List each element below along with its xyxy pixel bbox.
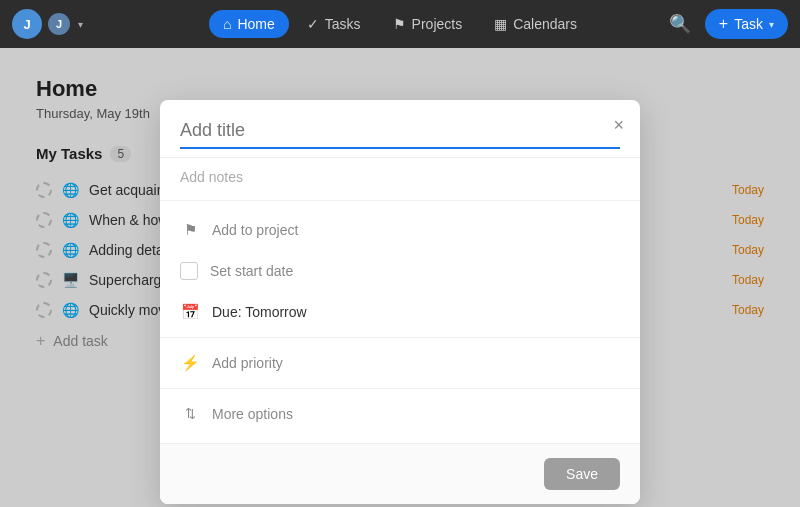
due-date-label: Due: Tomorrow	[212, 304, 307, 320]
home-icon: ⌂	[223, 16, 231, 32]
nav-item-tasks[interactable]: ✓ Tasks	[293, 10, 375, 38]
project-icon: ⚑	[180, 220, 200, 240]
calendars-icon: ▦	[494, 16, 507, 32]
add-priority-label: Add priority	[212, 355, 283, 371]
modal-header: ×	[160, 100, 640, 158]
nav-home-label: Home	[237, 16, 274, 32]
nav-right: 🔍 + Task ▾	[665, 9, 788, 39]
add-to-project-row[interactable]: ⚑ Add to project	[160, 209, 640, 251]
avatar-initial: J	[23, 17, 30, 32]
nav-left: J J ▾	[12, 9, 83, 39]
more-options-icon: ⇅	[180, 404, 200, 424]
nav-tasks-label: Tasks	[325, 16, 361, 32]
modal-divider	[160, 337, 640, 338]
add-task-label: Task	[734, 16, 763, 32]
tasks-icon: ✓	[307, 16, 319, 32]
add-to-project-label: Add to project	[212, 222, 298, 238]
task-create-modal: × Add notes ⚑ Add to project Set start d…	[160, 100, 640, 504]
account-chevron-icon: ▾	[78, 19, 83, 30]
add-task-button[interactable]: + Task ▾	[705, 9, 788, 39]
priority-icon: ⚡	[180, 353, 200, 373]
notes-placeholder: Add notes	[180, 169, 243, 185]
task-title-input[interactable]	[180, 120, 620, 141]
avatar[interactable]: J	[12, 9, 42, 39]
add-task-chevron-icon: ▾	[769, 19, 774, 30]
more-options-row[interactable]: ⇅ More options	[160, 393, 640, 435]
user-avatar-small[interactable]: J	[48, 13, 70, 35]
projects-icon: ⚑	[393, 16, 406, 32]
modal-overlay: × Add notes ⚑ Add to project Set start d…	[0, 48, 800, 507]
add-priority-row[interactable]: ⚡ Add priority	[160, 342, 640, 384]
modal-body: ⚑ Add to project Set start date 📅 Due: T…	[160, 201, 640, 443]
due-date-row[interactable]: 📅 Due: Tomorrow	[160, 291, 640, 333]
nav-item-calendars[interactable]: ▦ Calendars	[480, 10, 591, 38]
set-start-date-label: Set start date	[210, 263, 293, 279]
nav-item-home[interactable]: ⌂ Home	[209, 10, 289, 38]
nav-projects-label: Projects	[412, 16, 463, 32]
modal-divider-2	[160, 388, 640, 389]
modal-close-button[interactable]: ×	[613, 116, 624, 134]
plus-icon: +	[719, 15, 728, 33]
nav-center: ⌂ Home ✓ Tasks ⚑ Projects ▦ Calendars	[209, 10, 591, 38]
more-options-label: More options	[212, 406, 293, 422]
due-date-icon: 📅	[180, 302, 200, 322]
modal-footer: Save	[160, 443, 640, 504]
search-icon[interactable]: 🔍	[665, 9, 695, 39]
nav-calendars-label: Calendars	[513, 16, 577, 32]
set-start-date-row[interactable]: Set start date	[160, 251, 640, 291]
save-button[interactable]: Save	[544, 458, 620, 490]
nav-item-projects[interactable]: ⚑ Projects	[379, 10, 477, 38]
top-nav: J J ▾ ⌂ Home ✓ Tasks ⚑ Projects ▦ Calend…	[0, 0, 800, 48]
start-date-icon	[180, 262, 198, 280]
modal-notes[interactable]: Add notes	[160, 158, 640, 201]
title-underline	[180, 147, 620, 149]
main-content: Home Thursday, May 19th My Tasks 5 🌐 Get…	[0, 48, 800, 507]
